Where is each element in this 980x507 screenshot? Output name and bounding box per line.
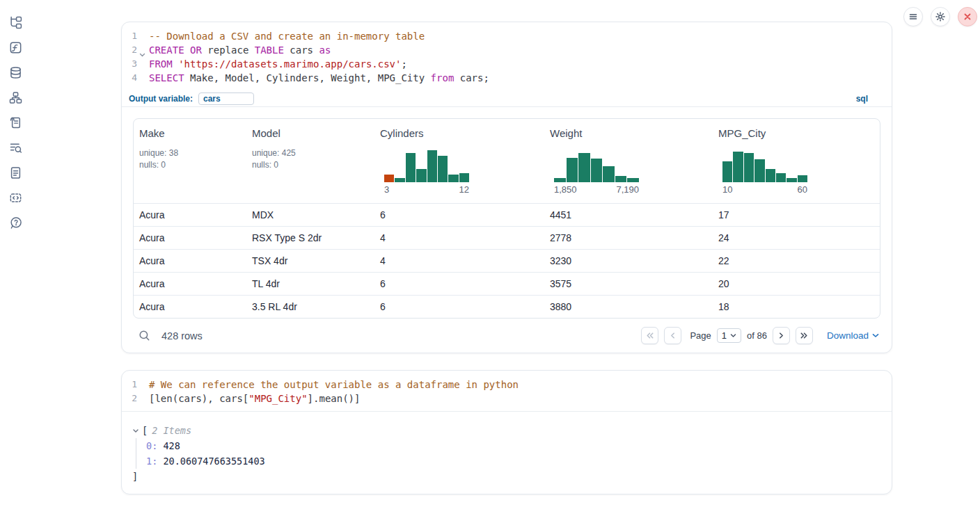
histogram-mpg-city: 10 60 (722, 149, 807, 195)
python-code-editor[interactable]: 1 # We can reference the output variable… (122, 371, 892, 411)
code-token: from (431, 72, 455, 83)
settings-button[interactable] (931, 7, 950, 26)
table-cell: RSX Type S 2dr (246, 232, 374, 243)
chevron-down-icon (872, 333, 879, 338)
first-page-button[interactable] (641, 327, 658, 344)
histogram-bar (787, 178, 796, 182)
histogram-bar (416, 169, 426, 182)
code-token: CREATE (149, 45, 184, 56)
histogram-bar (578, 153, 590, 182)
notebook-main: 1 -- Download a CSV and create an in-mem… (121, 0, 892, 494)
output-variable-input[interactable] (198, 92, 254, 105)
file-tree-icon[interactable] (9, 16, 22, 29)
last-page-button[interactable] (796, 327, 813, 344)
code-line: 2 CREATE OR replace TABLE cars as (122, 43, 892, 57)
prev-page-button[interactable] (664, 327, 681, 344)
table-cell: 17 (713, 209, 880, 220)
line-number: 4 (122, 71, 137, 85)
histogram-bar (438, 156, 448, 182)
column-title: Model (252, 127, 369, 139)
tree-item: 0: 428 (146, 438, 892, 453)
chevron-right-icon (776, 330, 787, 341)
code-token: cars (284, 45, 319, 56)
line-number: 3 (122, 57, 137, 71)
output-variable-row: Output variable: sql (122, 90, 892, 107)
column-title: Cylinders (380, 127, 539, 139)
code-token: [len(cars), cars[ (149, 393, 248, 404)
histogram-max-label: 7,190 (616, 184, 639, 195)
table-cell: 4451 (544, 209, 713, 220)
code-token: FROM (149, 58, 173, 70)
page-select[interactable]: 1 (717, 328, 741, 343)
table-cell: MDX (246, 209, 374, 220)
function-icon[interactable] (9, 41, 22, 54)
table-cell: Acura (134, 232, 246, 243)
document-icon[interactable] (9, 166, 22, 179)
table-cell: 24 (713, 232, 880, 243)
table-row[interactable]: Acura TSX 4dr 4 3230 22 (134, 249, 880, 272)
table-cell: 6 (374, 278, 544, 289)
table-row[interactable]: Acura RSX Type S 2dr 4 2778 24 (134, 226, 880, 249)
tree-open-bracket: [ (142, 423, 148, 438)
help-icon[interactable] (9, 216, 22, 230)
search-logs-icon[interactable] (9, 141, 22, 154)
histogram-bar (427, 150, 437, 182)
chevrons-right-icon (799, 330, 809, 341)
data-table: Make unique: 38 nulls: 0 Model unique: 4… (133, 118, 880, 319)
histogram-max-label: 60 (798, 184, 807, 195)
code-token (184, 45, 190, 56)
sql-code-editor[interactable]: 1 -- Download a CSV and create an in-mem… (122, 22, 892, 90)
next-page-button[interactable] (773, 327, 790, 344)
column-header-model[interactable]: Model unique: 425 nulls: 0 (246, 127, 374, 195)
histogram-bar (554, 178, 566, 182)
column-header-make[interactable]: Make unique: 38 nulls: 0 (134, 127, 246, 195)
histogram-bar (627, 178, 639, 182)
table-cell: TL 4dr (246, 278, 374, 289)
tree-items-count: 2 Items (152, 423, 191, 438)
histogram-min-label: 10 (722, 184, 732, 195)
close-button[interactable] (958, 7, 977, 26)
histogram-bar (733, 152, 743, 182)
database-icon[interactable] (9, 66, 22, 79)
table-cell: Acura (134, 255, 246, 266)
menu-button[interactable] (903, 7, 923, 26)
code-token (173, 58, 178, 70)
code-token: as (319, 45, 331, 56)
output-variable-label: Output variable: (129, 94, 193, 104)
tree-item-value: 428 (163, 440, 180, 451)
code-line: 1 -- Download a CSV and create an in-mem… (122, 29, 892, 43)
table-row[interactable]: Acura TL 4dr 6 3575 20 (134, 272, 880, 295)
line-number: 1 (122, 29, 137, 43)
column-stat-nulls: nulls: 0 (139, 159, 241, 171)
scroll-icon[interactable] (9, 116, 22, 129)
download-button[interactable]: Download (827, 330, 879, 341)
table-cell: Acura (134, 278, 246, 289)
histogram-min-label: 1,850 (554, 184, 577, 195)
column-title: Make (139, 127, 241, 139)
code-line: 4 SELECT Make, Model, Cylinders, Weight,… (122, 71, 892, 85)
column-header-mpg-city[interactable]: MPG_City 10 60 (713, 127, 880, 195)
dependency-graph-icon[interactable] (9, 91, 22, 104)
line-number: 1 (122, 378, 137, 392)
histogram-bar (395, 178, 404, 182)
table-cell: Acura (134, 301, 246, 312)
histogram-bar (384, 175, 394, 182)
tree-collapse-chevron-icon[interactable] (132, 428, 139, 434)
histogram-bar (754, 159, 764, 182)
table-row[interactable]: Acura 3.5 RL 4dr 6 3880 18 (134, 295, 880, 318)
column-header-cylinders[interactable]: Cylinders 3 12 (374, 127, 544, 195)
code-line: 2 [len(cars), cars["MPG_City"].mean()] (122, 392, 892, 405)
code-line: 3 FROM 'https://datasets.marimo.app/cars… (122, 57, 892, 71)
histogram-cylinders: 3 12 (384, 149, 469, 195)
table-cell: 18 (713, 301, 880, 312)
histogram-bar (591, 159, 603, 182)
code-line: 1 # We can reference the output variable… (122, 378, 892, 392)
table-cell: 6 (374, 209, 544, 220)
column-header-weight[interactable]: Weight 1,850 7,190 (544, 127, 713, 195)
code-token: TABLE (255, 45, 284, 56)
histogram-bar (448, 175, 458, 182)
close-icon (963, 13, 972, 21)
snippets-icon[interactable] (9, 191, 22, 204)
search-icon[interactable] (139, 330, 150, 341)
table-row[interactable]: Acura MDX 6 4451 17 (134, 203, 880, 226)
